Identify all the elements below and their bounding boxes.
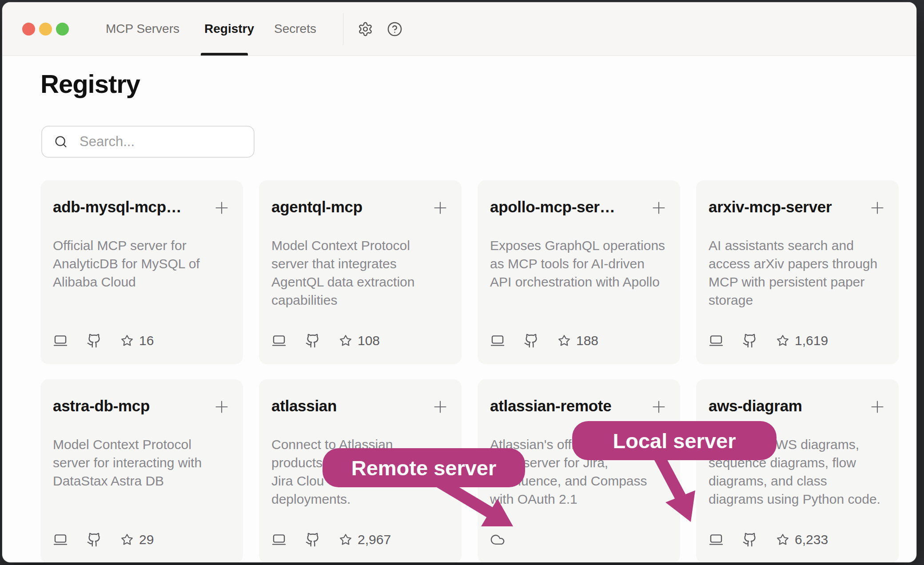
star-icon (776, 334, 789, 347)
server-card[interactable]: adb-mysql-mcp… Official MCP server for A… (40, 180, 243, 364)
search-box (41, 126, 255, 158)
card-footer: 16 (53, 333, 231, 348)
help-circle-icon[interactable] (387, 21, 402, 37)
minimize-window-button[interactable] (39, 23, 52, 36)
settings-gear-icon[interactable] (358, 21, 373, 37)
star-icon (339, 334, 352, 347)
card-title: arxiv-mcp-server (709, 198, 865, 216)
laptop-icon (490, 333, 505, 348)
laptop-icon (53, 333, 68, 348)
star-count: 6,233 (795, 532, 828, 547)
github-icon (87, 333, 102, 348)
star-icon (339, 533, 352, 546)
plus-icon (650, 398, 668, 416)
star-icon (120, 334, 134, 347)
server-card[interactable]: apollo-mcp-ser… Exposes GraphQL operatio… (478, 180, 680, 364)
star-count: 16 (139, 333, 154, 348)
add-server-button[interactable] (650, 199, 668, 217)
card-footer: 2,967 (271, 532, 449, 547)
plus-icon (213, 199, 231, 217)
github-icon (305, 333, 320, 348)
github-icon (742, 333, 757, 348)
card-footer: 108 (271, 333, 449, 348)
github-icon (87, 532, 102, 547)
add-server-button[interactable] (213, 398, 231, 416)
laptop-icon (271, 532, 287, 547)
github-icon (742, 532, 757, 547)
card-footer: 188 (490, 333, 668, 348)
titlebar: MCP Servers Registry Secrets (2, 2, 916, 56)
tab-registry[interactable]: Registry (204, 2, 254, 56)
card-footer (490, 532, 668, 547)
card-title: aws-diagram (709, 397, 865, 415)
local-server-badge: Local server (572, 421, 777, 460)
search-icon (54, 135, 68, 149)
add-server-button[interactable] (868, 398, 886, 416)
plus-icon (650, 199, 668, 217)
server-card[interactable]: aws-diagram Generate AWS diagrams, seque… (696, 379, 899, 562)
active-tab-indicator (201, 53, 248, 56)
cloud-icon (490, 532, 505, 547)
page-title: Registry (40, 69, 140, 99)
server-card[interactable]: agentql-mcp Model Context Protocol serve… (259, 180, 462, 364)
card-title: adb-mysql-mcp… (53, 198, 209, 216)
add-server-button[interactable] (431, 199, 449, 217)
add-server-button[interactable] (650, 398, 668, 416)
star-count: 29 (139, 532, 154, 547)
titlebar-divider (343, 13, 343, 45)
plus-icon (213, 398, 231, 416)
laptop-icon (709, 333, 724, 348)
github-icon (524, 333, 539, 348)
app-window: MCP Servers Registry Secrets Registry (2, 2, 916, 562)
remote-server-badge: Remote server (323, 448, 525, 487)
plus-icon (868, 398, 886, 416)
star-count: 1,619 (795, 333, 828, 348)
search-input[interactable] (79, 133, 245, 150)
star-count: 2,967 (358, 532, 391, 547)
card-description: Model Context Protocol server that integ… (271, 236, 449, 309)
card-title: astra-db-mcp (53, 397, 209, 415)
card-title: apollo-mcp-ser… (490, 198, 646, 216)
card-title: atlassian (271, 397, 428, 415)
card-title: atlassian-remote (490, 397, 646, 415)
card-description: AI assistants search and access arXiv pa… (709, 236, 886, 309)
star-count: 188 (576, 333, 598, 348)
server-card[interactable]: astra-db-mcp Model Context Protocol serv… (40, 379, 243, 562)
star-icon (776, 533, 789, 546)
card-description: Exposes GraphQL operations as MCP tools … (490, 236, 668, 291)
plus-icon (431, 199, 449, 217)
card-description: Model Context Protocol server for intera… (53, 435, 231, 490)
tab-secrets[interactable]: Secrets (274, 2, 316, 56)
card-footer: 1,619 (709, 333, 886, 348)
maximize-window-button[interactable] (56, 23, 69, 36)
screenshot-root: { "header": { "window_controls": ["close… (0, 0, 924, 565)
add-server-button[interactable] (868, 199, 886, 217)
star-icon (558, 334, 571, 347)
github-icon (305, 532, 320, 547)
laptop-icon (271, 333, 287, 348)
laptop-icon (709, 532, 724, 547)
star-count: 108 (358, 333, 380, 348)
server-card[interactable]: arxiv-mcp-server AI assistants search an… (696, 180, 899, 364)
plus-icon (431, 398, 449, 416)
card-title: agentql-mcp (271, 198, 428, 216)
add-server-button[interactable] (431, 398, 449, 416)
tab-mcp-servers[interactable]: MCP Servers (106, 2, 179, 56)
card-footer: 6,233 (709, 532, 886, 547)
star-icon (120, 533, 134, 546)
add-server-button[interactable] (213, 199, 231, 217)
laptop-icon (53, 532, 68, 547)
card-description: Official MCP server for AnalyticDB for M… (53, 236, 231, 291)
plus-icon (868, 199, 886, 217)
close-window-button[interactable] (22, 23, 35, 36)
card-footer: 29 (53, 532, 231, 547)
